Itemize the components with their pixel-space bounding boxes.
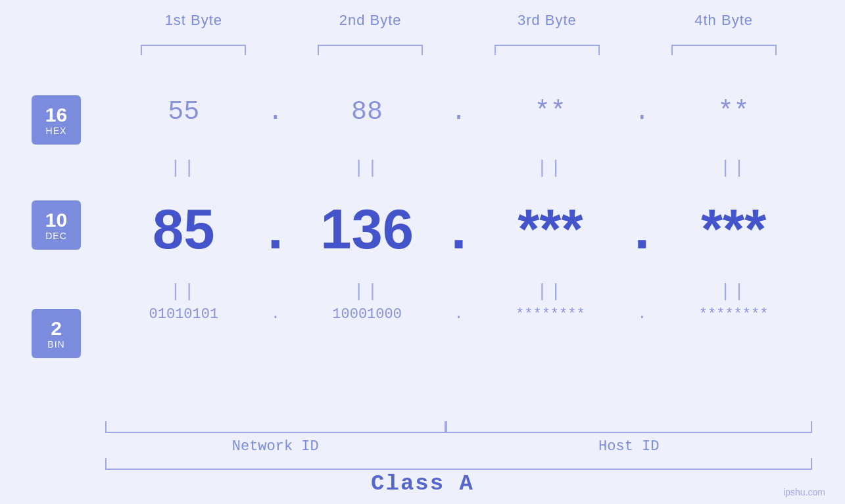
hex-b1: 55 <box>105 97 262 127</box>
byte-headers: 1st Byte 2nd Byte 3rd Byte 4th Byte <box>0 0 845 29</box>
byte4-header: 4th Byte <box>635 12 812 29</box>
hex-dot-2: . <box>446 97 472 127</box>
host-bracket <box>446 421 813 433</box>
hex-b2: 88 <box>289 97 446 127</box>
bin-b3: ******** <box>472 306 629 323</box>
bracket-cell-1 <box>105 45 282 55</box>
bracket-cell-4 <box>635 45 812 55</box>
bracket-line-3 <box>495 45 600 55</box>
watermark: ipshu.com <box>783 487 825 497</box>
bin-row: 01010101 . 10001000 . ******** . *******… <box>0 306 845 323</box>
network-bracket <box>105 421 446 433</box>
bracket-cell-3 <box>459 45 636 55</box>
byte1-header: 1st Byte <box>105 12 282 29</box>
sep2-b4: || <box>655 281 812 302</box>
dec-dot-2: . <box>446 197 472 262</box>
page-container: 1st Byte 2nd Byte 3rd Byte 4th Byte 16 H… <box>0 0 845 504</box>
class-label: Class A <box>0 471 845 496</box>
bottom-brackets <box>105 421 812 433</box>
dec-dot-3: . <box>629 197 655 262</box>
hex-b4: ** <box>655 97 812 127</box>
sep1-b2: || <box>289 158 446 178</box>
sep1-b1: || <box>105 158 262 178</box>
bin-b2: 10001000 <box>289 306 446 323</box>
dec-dot-1: . <box>262 197 289 262</box>
byte3-header: 3rd Byte <box>459 12 636 29</box>
sep1-b4: || <box>655 158 812 178</box>
bin-badge-label: BIN <box>47 339 64 350</box>
hex-b3: ** <box>472 97 629 127</box>
bin-b1: 01010101 <box>105 306 262 323</box>
sep-row-1: || || || || <box>0 158 845 178</box>
dec-row: 85 . 136 . *** . *** <box>0 197 845 262</box>
dec-b3: *** <box>472 197 629 262</box>
sep2-b2: || <box>289 281 446 302</box>
host-id-label: Host ID <box>446 438 813 455</box>
bin-dot-2: . <box>446 306 472 323</box>
id-labels: Network ID Host ID <box>105 438 812 455</box>
bin-dot-1: . <box>262 306 289 323</box>
hex-row: 55 . 88 . ** . ** <box>0 97 845 127</box>
dec-b4: *** <box>655 197 812 262</box>
network-id-label: Network ID <box>105 438 446 455</box>
bin-b4: ******** <box>655 306 812 323</box>
bracket-cell-2 <box>282 45 459 55</box>
sep-row-2: || || || || <box>0 281 845 302</box>
hex-dot-1: . <box>262 97 289 127</box>
sep2-b3: || <box>472 281 629 302</box>
sep2-b1: || <box>105 281 262 302</box>
byte2-header: 2nd Byte <box>282 12 459 29</box>
sep1-b3: || <box>472 158 629 178</box>
bracket-line-2 <box>318 45 423 55</box>
dec-b1: 85 <box>105 197 262 262</box>
bracket-line-4 <box>671 45 777 55</box>
top-brackets <box>0 45 845 55</box>
full-bracket <box>105 458 812 470</box>
hex-badge-label: HEX <box>46 126 67 136</box>
hex-dot-3: . <box>629 97 655 127</box>
bin-dot-3: . <box>629 306 655 323</box>
bracket-line-1 <box>141 45 246 55</box>
dec-b2: 136 <box>289 197 446 262</box>
